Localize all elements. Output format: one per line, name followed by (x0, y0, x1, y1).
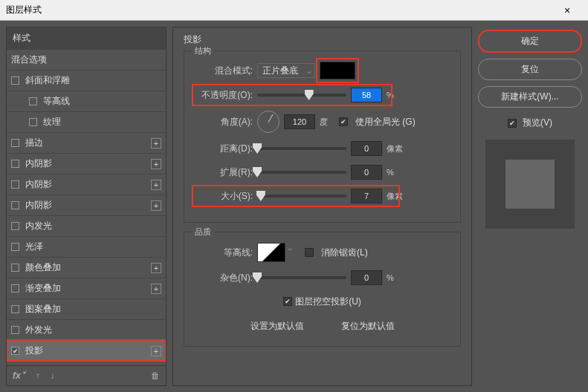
style-item-9[interactable]: 颜色叠加+ (7, 257, 166, 278)
angle-input[interactable] (284, 114, 315, 129)
style-label: 内发光 (25, 220, 52, 232)
style-item-5[interactable]: 内阴影+ (7, 174, 166, 195)
style-checkbox[interactable] (11, 139, 19, 147)
style-checkbox[interactable] (11, 201, 19, 209)
style-checkbox[interactable] (11, 326, 19, 334)
add-effect-icon[interactable]: + (151, 138, 161, 148)
add-effect-icon[interactable]: + (151, 284, 161, 294)
styles-header: 样式 (7, 27, 166, 49)
size-label: 大小(S): (192, 190, 257, 203)
style-label: 外发光 (25, 324, 52, 336)
noise-label: 杂色(N): (192, 272, 257, 284)
knockout-label: 图层挖空投影(U) (295, 295, 361, 308)
preview-checkbox[interactable] (508, 119, 517, 128)
noise-input[interactable] (351, 270, 382, 285)
style-item-6[interactable]: 内阴影+ (7, 195, 166, 215)
distance-slider[interactable] (257, 147, 346, 150)
size-unit: 像素 (387, 191, 403, 202)
style-checkbox[interactable] (11, 243, 19, 251)
blend-options-label: 混合选项 (11, 53, 47, 66)
style-item-10[interactable]: 渐变叠加+ (7, 278, 166, 298)
opacity-slider[interactable] (257, 94, 346, 97)
spread-label: 扩展(R): (192, 166, 257, 179)
noise-unit: % (387, 273, 401, 282)
distance-input[interactable] (351, 141, 382, 156)
add-effect-icon[interactable]: + (151, 200, 161, 211)
style-checkbox[interactable] (11, 264, 19, 272)
style-checkbox[interactable] (11, 284, 19, 293)
style-checkbox[interactable] (29, 118, 37, 126)
add-effect-icon[interactable]: + (151, 159, 161, 169)
add-effect-icon[interactable]: + (151, 346, 161, 356)
angle-row: 角度(A): 度 使用全局光 (G) (192, 111, 453, 133)
styles-footer: fx˅ ↑ ↓ 🗑 (7, 365, 166, 385)
quality-legend: 品质 (192, 226, 214, 238)
style-item-12[interactable]: 外发光 (7, 319, 166, 340)
add-effect-icon[interactable]: + (151, 180, 161, 190)
panel-title: 投影 (184, 33, 461, 46)
global-light-label: 使用全局光 (G) (355, 116, 416, 128)
main-area: 样式 混合选项 斜面和浮雕等高线纹理描边+内阴影+内阴影+内阴影+内发光光泽颜色… (0, 21, 588, 392)
style-label: 内阴影 (25, 157, 52, 170)
style-item-8[interactable]: 光泽 (7, 236, 166, 257)
angle-dial[interactable] (257, 111, 280, 133)
blend-mode-label: 混合模式: (192, 65, 257, 77)
blend-options-item[interactable]: 混合选项 (7, 49, 166, 70)
ok-button[interactable]: 确定 (478, 30, 582, 53)
arrow-down-icon[interactable]: ↓ (51, 370, 55, 381)
knockout-checkbox[interactable] (283, 297, 292, 306)
contour-picker[interactable] (257, 243, 285, 262)
shadow-color-swatch[interactable] (320, 62, 355, 79)
distance-label: 距离(D): (192, 143, 257, 155)
style-item-1[interactable]: 等高线 (7, 91, 166, 111)
spread-slider[interactable] (257, 171, 346, 174)
default-buttons-row: 设置为默认值 复位为默认值 (192, 317, 453, 336)
global-light-checkbox[interactable] (339, 117, 348, 126)
close-icon[interactable]: × (552, 4, 582, 16)
reset-default-button[interactable]: 复位为默认值 (329, 317, 407, 336)
size-slider[interactable] (257, 195, 346, 197)
opacity-input[interactable] (351, 88, 382, 102)
style-checkbox[interactable] (11, 222, 19, 230)
set-default-button[interactable]: 设置为默认值 (239, 317, 316, 336)
cancel-button[interactable]: 复位 (478, 59, 582, 80)
style-item-2[interactable]: 纹理 (7, 111, 166, 132)
style-item-0[interactable]: 斜面和浮雕 (7, 70, 166, 91)
style-item-7[interactable]: 内发光 (7, 215, 166, 236)
style-item-4[interactable]: 内阴影+ (7, 153, 166, 174)
size-row: 大小(S): 像素 (192, 188, 453, 204)
style-item-3[interactable]: 描边+ (7, 132, 166, 153)
style-item-13[interactable]: 投影+ (7, 340, 166, 361)
spread-input[interactable] (351, 165, 382, 180)
trash-icon[interactable]: 🗑 (151, 370, 160, 381)
style-checkbox[interactable] (11, 180, 19, 189)
opacity-row: 不透明度(O): % (192, 87, 453, 103)
opacity-label: 不透明度(O): (192, 89, 257, 102)
arrow-up-icon[interactable]: ↑ (36, 370, 40, 381)
actions-panel: 确定 复位 新建样式(W)... 预览(V) (478, 27, 582, 386)
structure-group: 结构 混合模式: 正片叠底 不透明度(O): % (184, 50, 461, 223)
style-checkbox[interactable] (11, 76, 19, 85)
distance-row: 距离(D): 像素 (192, 140, 453, 157)
quality-group: 品质 等高线: 消除锯齿(L) 杂色(N): % (184, 232, 461, 347)
add-effect-icon[interactable]: + (151, 263, 161, 273)
antialias-checkbox[interactable] (305, 248, 314, 257)
preview-box (485, 140, 575, 229)
style-item-11[interactable]: 图案叠加 (7, 298, 166, 319)
style-checkbox[interactable] (11, 305, 19, 313)
window-title: 图层样式 (6, 4, 42, 16)
settings-panel: 投影 结构 混合模式: 正片叠底 不透明度(O): (172, 27, 472, 386)
blend-mode-select[interactable]: 正片叠底 (257, 63, 315, 78)
new-style-button[interactable]: 新建样式(W)... (478, 86, 582, 108)
preview-label: 预览(V) (523, 117, 552, 129)
size-input[interactable] (351, 189, 382, 203)
fx-icon[interactable]: fx˅ (13, 370, 25, 381)
style-label: 纹理 (43, 116, 61, 128)
style-checkbox[interactable] (29, 97, 37, 105)
style-checkbox[interactable] (11, 347, 19, 355)
style-checkbox[interactable] (11, 160, 19, 168)
noise-slider[interactable] (257, 276, 346, 279)
styles-list-panel: 样式 混合选项 斜面和浮雕等高线纹理描边+内阴影+内阴影+内阴影+内发光光泽颜色… (6, 27, 167, 386)
style-label: 内阴影 (25, 199, 52, 212)
opacity-unit: % (387, 91, 401, 99)
